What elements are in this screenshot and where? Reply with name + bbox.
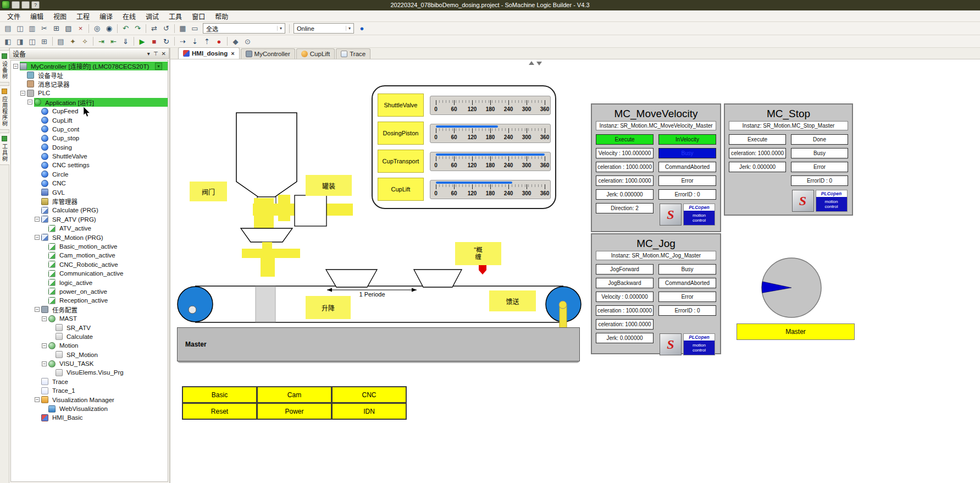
tree-row[interactable]: logic_active (11, 278, 168, 287)
window-left-icon[interactable]: ◧ (2, 36, 14, 47)
tree-node[interactable]: CNC_Robotic_active (48, 260, 168, 269)
fb-cell[interactable]: celeration: 1000.0000 (596, 319, 654, 330)
tree-row[interactable]: −Motion (11, 341, 168, 350)
breakpoint-icon[interactable]: ● (213, 36, 225, 47)
tree-row[interactable]: 消息记录器 (11, 80, 168, 89)
titlebar-window-icon[interactable] (21, 1, 30, 9)
tree-expander-icon[interactable]: − (35, 217, 40, 222)
tree-node[interactable]: CNC settings (41, 161, 168, 169)
fb-cell[interactable]: celeration : 1000.0000 (596, 305, 654, 316)
tree-row[interactable]: ATV_active (11, 224, 168, 233)
tree-node[interactable]: Reception_active (48, 296, 168, 305)
tree-node[interactable]: Calculate (PRG) (41, 206, 168, 215)
tree-row[interactable]: 库管理器 (11, 197, 168, 206)
tree-node[interactable]: Motion (48, 341, 168, 350)
fb-cell[interactable]: InVelocity (658, 134, 716, 145)
tree-node[interactable]: 任务配置 (41, 305, 168, 314)
tree-node[interactable]: SR_ATV (PRG) (41, 215, 168, 224)
reset-button[interactable]: Reset (182, 403, 257, 420)
tree-expander-icon[interactable]: − (42, 361, 47, 366)
tree-node[interactable]: HMI_Basic (41, 413, 168, 422)
sync-icon[interactable]: ↺ (160, 23, 172, 34)
tree-row[interactable]: −PLC (11, 89, 168, 97)
titlebar-save-icon[interactable] (12, 1, 20, 9)
tree-expander-icon[interactable]: − (35, 397, 40, 402)
messages-icon[interactable]: ▤ (55, 36, 67, 47)
window-right-icon[interactable]: ◨ (14, 36, 26, 47)
fb-cell[interactable]: ErrorID : 0 (791, 175, 848, 186)
frames-icon[interactable]: ⊞ (38, 36, 50, 47)
step-out-icon[interactable]: ⇡ (201, 36, 213, 47)
step-into-icon[interactable]: ⇣ (189, 36, 201, 47)
tree-row[interactable]: Reception_active (11, 296, 168, 305)
tree-expander-icon[interactable]: − (27, 100, 32, 105)
tree-row[interactable]: Dosing (11, 143, 168, 152)
tree-row[interactable]: −任务配置 (11, 305, 168, 314)
tree-node[interactable]: VisuElems.Visu_Prg (56, 368, 168, 377)
tree-node[interactable]: MAST (48, 314, 168, 323)
window-new-icon[interactable]: ◫ (26, 36, 38, 47)
tree-row[interactable]: Calculate (11, 332, 168, 341)
tree-row[interactable]: −SR_Motion (PRG) (11, 233, 168, 241)
slider-label-button[interactable]: CupLift (378, 178, 424, 201)
print-icon[interactable]: ▤ (2, 23, 14, 34)
tree-row[interactable]: −Visualization Manager (11, 395, 168, 404)
menu-item[interactable]: 帮助 (210, 10, 233, 22)
slider-label-button[interactable]: DosingPiston (378, 122, 424, 145)
fb-cell[interactable]: celeration: 1000.0000 (729, 148, 786, 158)
tree-node[interactable]: SR_Motion (56, 350, 168, 359)
menu-item[interactable]: 视图 (48, 10, 71, 22)
cam-button[interactable]: Cam (257, 386, 332, 403)
slider-label-button[interactable]: CupTransport (378, 150, 424, 173)
fb-cell[interactable]: Jerk: 0.000000 (729, 162, 786, 172)
tree-expander-icon[interactable]: − (35, 235, 40, 240)
tree-row[interactable]: Cup_cont (11, 125, 168, 134)
side-tab-工具树[interactable]: 工具树 (0, 133, 10, 165)
tree-row[interactable]: −Application [运行] (11, 98, 168, 107)
tree-row[interactable]: WebVisualization (11, 404, 168, 413)
download-icon[interactable]: ⇓ (120, 36, 131, 47)
fb-cell[interactable]: celeration: 1000.0000 (596, 175, 654, 186)
tree-row[interactable]: −MAST (11, 314, 168, 323)
cnc-button[interactable]: CNC (331, 386, 407, 403)
fb-cell[interactable]: Jerk: 0.000000 (596, 189, 654, 200)
menu-item[interactable]: 编译 (95, 10, 118, 22)
tree-node[interactable]: PLC (27, 89, 168, 97)
tree-node[interactable]: Trace_1 (41, 386, 168, 395)
fb-cell[interactable]: Execute (729, 134, 786, 145)
slider-scale[interactable]: 060120180240300360 (430, 124, 551, 143)
fb-cell[interactable]: Velocity : 100.000000 (596, 148, 654, 158)
tree-node[interactable]: Cam_motion_active (48, 251, 168, 260)
stop-icon[interactable]: ■ (148, 36, 160, 47)
tree-row[interactable]: power_on_active (11, 287, 168, 296)
fb-cell[interactable]: ErrorID : 0 (658, 189, 716, 200)
menu-item[interactable]: 调试 (141, 10, 164, 22)
single-cycle-icon[interactable]: ↻ (160, 36, 172, 47)
tree-row[interactable]: CNC (11, 179, 168, 188)
slider-scale[interactable]: 060120180240300360 (430, 180, 551, 199)
side-tab-设备树[interactable]: 设备树 (0, 50, 10, 83)
tree-node[interactable]: 设备寻址 (27, 70, 168, 79)
slider-label-button[interactable]: ShuttleValve (378, 94, 424, 117)
fb-cell[interactable]: celeration : 1000.0000 (596, 162, 654, 172)
menu-item[interactable]: 工程 (71, 10, 95, 22)
tree-node[interactable]: VISU_TASK (48, 359, 168, 368)
tree-expander-icon[interactable]: − (20, 91, 25, 96)
fb-cell[interactable]: JogBackward (596, 278, 654, 288)
menu-item[interactable]: 在线 (118, 10, 141, 22)
master-button[interactable]: Master (737, 323, 855, 340)
tab-HMI_dosing[interactable]: HMI_dosing× (178, 47, 240, 59)
slider-scale[interactable]: 060120180240300360 (430, 152, 551, 171)
help-button[interactable]: ? (31, 1, 40, 9)
tree-node[interactable]: SR_ATV (56, 323, 168, 332)
tree-row[interactable]: Cam_motion_active (11, 251, 168, 260)
panel-menu-icon[interactable]: ▾ (147, 51, 150, 57)
fb-cell[interactable]: Error (658, 175, 716, 186)
logout-icon[interactable]: ⇤ (108, 36, 119, 47)
tree-row[interactable]: HMI_Basic (11, 413, 168, 422)
tree-node[interactable]: Trace (41, 377, 168, 386)
run-icon[interactable]: ▶ (136, 36, 148, 47)
fb-cell[interactable]: CommandAborted (658, 278, 716, 288)
online-status-icon[interactable]: ● (356, 23, 368, 34)
tree-node[interactable]: SR_Motion (PRG) (41, 233, 168, 241)
